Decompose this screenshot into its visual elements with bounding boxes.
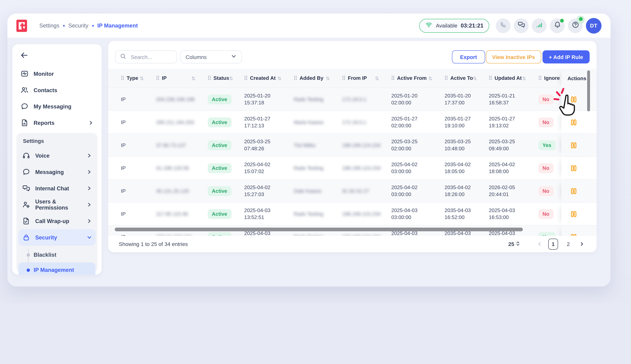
status-cell: Active <box>208 186 244 196</box>
view-inactive-ips-button[interactable]: View Inactive IPs <box>486 50 541 64</box>
added_by-cell: Rads Testing <box>294 165 342 171</box>
ignore-location-badge: No <box>538 117 553 127</box>
updated_at-cell: 2025-01-2116:58:37 <box>489 92 538 106</box>
table-row[interactable]: IP37.60.73.137Active2025-03-2507:48:26Ti… <box>108 134 596 157</box>
network-quality-button[interactable] <box>532 18 547 33</box>
next-page-button[interactable] <box>579 241 584 247</box>
row-actions <box>561 226 596 237</box>
help-button[interactable] <box>568 18 583 33</box>
user-avatar[interactable]: DT <box>586 18 601 33</box>
pause-icon[interactable] <box>570 118 577 126</box>
column-header-from_ip[interactable]: From IP <box>342 75 391 81</box>
export-button[interactable]: Export <box>452 50 485 64</box>
sort-icon[interactable] <box>428 76 432 81</box>
breadcrumb-security[interactable]: Security <box>68 22 88 29</box>
column-header-active_to[interactable]: Active To <box>445 75 489 81</box>
pause-icon[interactable] <box>570 142 577 149</box>
page-button-1[interactable]: 1 <box>548 238 558 250</box>
drag-handle-icon[interactable] <box>208 75 211 81</box>
status-badge: Active <box>208 209 231 219</box>
sidebar-item-monitor[interactable]: Monitor <box>17 66 98 82</box>
sort-icon[interactable] <box>191 76 195 81</box>
table-row[interactable]: IP45.131.25.120Active2025-04-0215:27:03D… <box>108 180 596 202</box>
stepper-icon <box>516 240 520 247</box>
sidebar-item-voice[interactable]: Voice <box>19 148 95 164</box>
pause-icon[interactable] <box>570 210 577 218</box>
added_by-cell: Rads Testing <box>294 96 342 102</box>
sort-icon[interactable] <box>522 76 526 81</box>
updated_at-cell: 2026-02-0520:44:01 <box>489 184 538 198</box>
drag-handle-icon[interactable] <box>489 75 492 81</box>
sidebar-item-messaging[interactable]: Messaging <box>19 164 95 180</box>
drag-handle-icon[interactable] <box>121 75 124 81</box>
sidebar-item-users-permissions[interactable]: Users & Permissions <box>19 196 95 213</box>
column-header-status[interactable]: Status <box>208 75 244 81</box>
drag-handle-icon[interactable] <box>445 75 448 81</box>
drag-handle-icon[interactable] <box>156 75 159 81</box>
table-row[interactable]: IP117.85.115.90Active2025-04-0313:52:51R… <box>108 202 596 226</box>
topbar-actions: Available 03:21:21 <box>419 18 601 33</box>
ignore-location-badge: No <box>538 209 553 219</box>
sort-icon[interactable] <box>140 76 144 81</box>
phone-button[interactable] <box>496 18 511 33</box>
breadcrumb-ip-management[interactable]: IP Management <box>97 22 138 29</box>
created_at-cell: 2025-04-0215:27:03 <box>244 184 294 198</box>
sidebar-item-internal-chat[interactable]: Internal Chat <box>19 180 95 196</box>
sort-icon[interactable] <box>375 76 379 81</box>
sort-icon[interactable] <box>326 76 330 81</box>
sidebar-item-security[interactable]: Security <box>19 229 95 246</box>
horizontal-scrollbar[interactable] <box>115 228 523 231</box>
page-button-2[interactable]: 2 <box>563 238 573 250</box>
column-header-actions: Actions <box>561 69 596 88</box>
column-header-updated_at[interactable]: Updated At <box>489 75 538 81</box>
messages-button[interactable] <box>514 18 528 33</box>
ip-cell: 295.211.194.203 <box>156 119 208 125</box>
sidebar-back-button[interactable] <box>20 51 30 62</box>
sort-icon[interactable] <box>473 76 477 81</box>
sidebar-item-blacklist[interactable]: Blacklist <box>19 247 95 262</box>
notifications-button[interactable] <box>550 18 565 33</box>
column-header-active_from[interactable]: Active From <box>391 75 445 81</box>
table-row[interactable]: IP41.198.120.56Active2025-04-0215:07:02R… <box>108 157 596 180</box>
column-header-type[interactable]: Type <box>121 75 156 81</box>
add-ip-rule-button[interactable]: + Add IP Rule <box>542 50 590 64</box>
created_at-cell: 2025-01-2717:12:13 <box>244 115 294 129</box>
drag-handle-icon[interactable] <box>294 75 297 81</box>
brand-logo-icon[interactable] <box>17 20 29 32</box>
status-badge: Active <box>208 140 231 150</box>
availability-status-pill[interactable]: Available 03:21:21 <box>419 19 489 32</box>
pause-icon[interactable] <box>570 96 577 103</box>
pause-icon[interactable] <box>570 164 577 172</box>
column-header-created_at[interactable]: Created At <box>244 75 294 81</box>
status-cell: Active <box>208 94 244 104</box>
page-size-selector[interactable]: 25 <box>508 240 520 247</box>
updated_at-cell: 2025-01-2719:13:02 <box>489 115 538 129</box>
sidebar-item-my-messaging[interactable]: My Messaging <box>17 98 98 114</box>
column-header-added_by[interactable]: Added By <box>294 75 342 81</box>
sidebar-item-contacts[interactable]: Contacts <box>17 82 98 98</box>
app-window: Settings Security IP Management Availabl… <box>7 14 610 286</box>
breadcrumb-settings[interactable]: Settings <box>39 22 59 29</box>
drag-handle-icon[interactable] <box>342 75 346 81</box>
sidebar-item-reports[interactable]: Reports <box>17 114 98 131</box>
sidebar-item-label: Blacklist <box>34 252 56 258</box>
column-header-ip[interactable]: IP <box>156 75 208 81</box>
sort-icon[interactable] <box>229 76 233 81</box>
pause-icon[interactable] <box>570 187 577 194</box>
breadcrumb-separator <box>92 25 94 26</box>
columns-select[interactable]: Columns <box>180 50 242 64</box>
type-cell: IP <box>121 188 156 194</box>
sidebar-item-call-wrap-up[interactable]: Call Wrap-up <box>19 213 95 229</box>
sidebar-item-ip-management[interactable]: IP Management <box>19 262 95 274</box>
drag-handle-icon[interactable] <box>538 75 542 81</box>
search-input[interactable] <box>130 54 173 60</box>
drag-handle-icon[interactable] <box>391 75 395 81</box>
active_to-cell: 2035-03-2510:48:00 <box>445 138 489 152</box>
active_from-cell: 2025-03-2502:00:00 <box>391 138 445 152</box>
sort-icon[interactable] <box>277 76 281 81</box>
drag-handle-icon[interactable] <box>244 75 247 81</box>
table-row[interactable]: IP295.211.194.203Active2025-01-2717:12:1… <box>108 111 596 134</box>
table-row[interactable]: IP204.236.199.198Active2025-01-2015:37:1… <box>108 88 596 111</box>
vertical-scrollbar[interactable] <box>587 70 590 111</box>
previous-page-button[interactable] <box>537 241 542 247</box>
